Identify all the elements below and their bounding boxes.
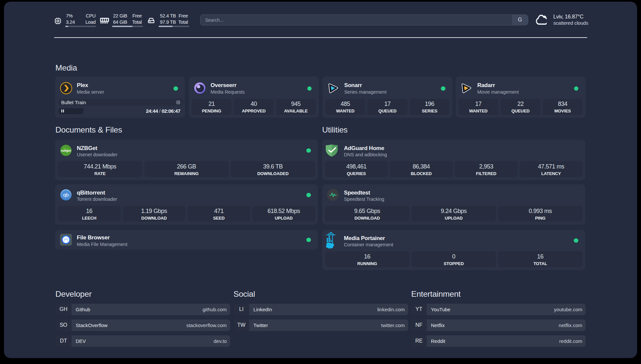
- svg-text:nzbget: nzbget: [61, 149, 71, 152]
- svg-text:qb: qb: [63, 192, 69, 197]
